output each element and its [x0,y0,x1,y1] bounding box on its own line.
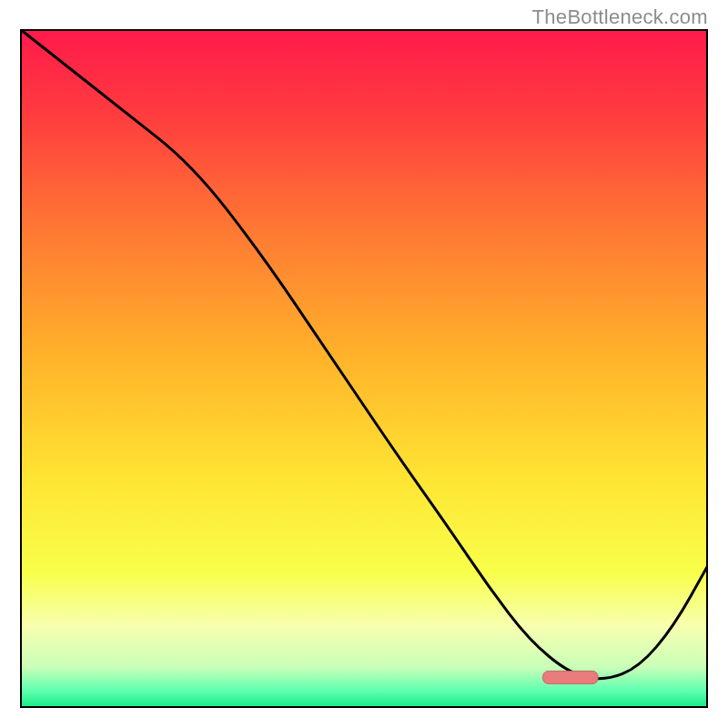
optimal-marker [543,671,599,683]
curve-layer [20,29,708,708]
watermark-text: TheBottleneck.com [532,5,708,29]
plot-area [20,29,708,708]
bottleneck-curve [20,29,708,679]
chart-container: TheBottleneck.com [0,0,728,728]
